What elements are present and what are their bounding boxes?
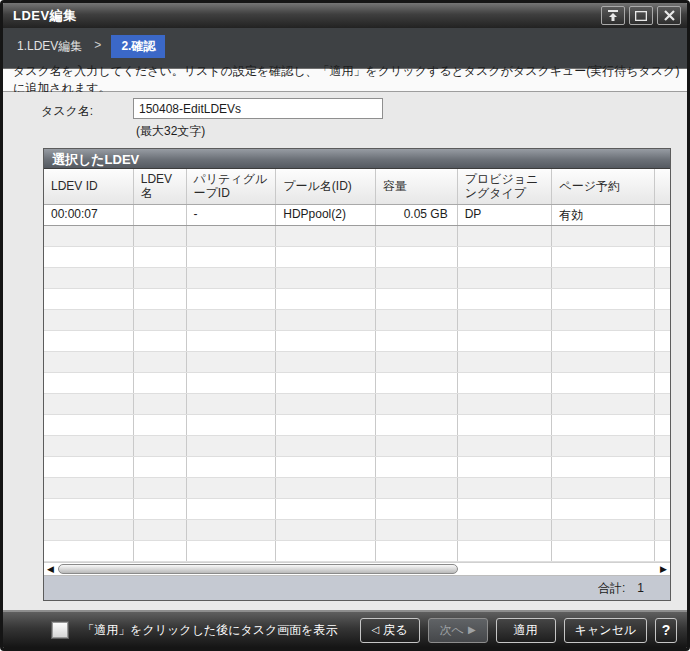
cell-parity-group: - <box>187 205 277 225</box>
col-ldev-id[interactable]: LDEV ID <box>44 169 134 204</box>
scrollbar-thumb[interactable] <box>58 564 458 574</box>
cell-pool-name: HDPpool(2) <box>276 205 376 225</box>
scroll-left-icon[interactable]: ◀ <box>44 562 57 576</box>
table-row-empty[interactable] <box>44 436 670 457</box>
col-page-reservation[interactable]: ページ予約 <box>552 169 655 204</box>
table-row-empty[interactable] <box>44 331 670 352</box>
table-row[interactable]: 00:00:07 - HDPpool(2) 0.05 GB DP 有効 <box>44 205 670 226</box>
action-bar: 「適用」をクリックした後にタスク画面を表示 ◁ 戻る 次へ ▶ 適用 キャンセル… <box>3 610 687 648</box>
close-icon[interactable] <box>657 6 681 25</box>
table-row-empty[interactable] <box>44 520 670 541</box>
table-row-empty[interactable] <box>44 373 670 394</box>
selected-ldev-table: 選択したLDEV LDEV ID LDEV名 パリティグループID プール名(I… <box>43 148 671 601</box>
table-row-empty[interactable] <box>44 289 670 310</box>
dialog-title: LDEV編集 <box>13 7 597 25</box>
cell-ldev-name <box>134 205 187 225</box>
ldev-edit-dialog: LDEV編集 1.LDEV編集 > 2.確認 タスク名を入力してください。リスト… <box>0 0 690 651</box>
titlebar: LDEV編集 <box>3 3 687 28</box>
table-row-empty[interactable] <box>44 415 670 436</box>
back-button[interactable]: ◁ 戻る <box>360 618 420 643</box>
rollup-icon[interactable] <box>601 6 625 25</box>
step-1-ldev-edit[interactable]: 1.LDEV編集 <box>15 35 84 58</box>
cell-capacity: 0.05 GB <box>376 205 458 225</box>
col-parity-group[interactable]: パリティグループID <box>187 169 277 204</box>
step-separator: > <box>94 35 101 52</box>
task-name-hint: (最大32文字) <box>136 123 205 140</box>
col-provisioning-type[interactable]: プロビジョニングタイプ <box>458 169 553 204</box>
scroll-right-icon[interactable]: ▶ <box>657 562 670 576</box>
table-row-empty[interactable] <box>44 457 670 478</box>
col-pool-name[interactable]: プール名(ID) <box>276 169 376 204</box>
table-row-empty[interactable] <box>44 478 670 499</box>
apply-button[interactable]: 適用 <box>496 618 556 643</box>
table-row-empty[interactable] <box>44 499 670 520</box>
task-name-label: タスク名: <box>41 103 93 120</box>
table-header-row: LDEV ID LDEV名 パリティグループID プール名(ID) 容量 プロビ… <box>44 169 670 205</box>
table-total-bar: 合計: 1 <box>44 576 670 600</box>
content-area: タスク名: (最大32文字) 選択したLDEV LDEV ID LDEV名 パリ… <box>3 92 687 610</box>
back-arrow-icon: ◁ <box>372 625 380 635</box>
help-button[interactable]: ? <box>655 618 677 643</box>
table-title: 選択したLDEV <box>44 149 670 169</box>
next-arrow-icon: ▶ <box>468 625 476 635</box>
step-2-confirm: 2.確認 <box>111 35 165 58</box>
show-task-screen-checkbox[interactable] <box>52 622 68 638</box>
cell-provisioning-type: DP <box>458 205 553 225</box>
table-row-empty[interactable] <box>44 394 670 415</box>
cancel-button[interactable]: キャンセル <box>564 618 647 643</box>
table-row-empty[interactable] <box>44 226 670 247</box>
col-ldev-name[interactable]: LDEV名 <box>134 169 187 204</box>
table-row-empty[interactable] <box>44 268 670 289</box>
table-row-empty[interactable] <box>44 541 670 562</box>
table-body: 00:00:07 - HDPpool(2) 0.05 GB DP 有効 <box>44 205 670 562</box>
wizard-steps: 1.LDEV編集 > 2.確認 <box>3 28 687 68</box>
total-label: 合計: <box>598 580 625 597</box>
table-row-empty[interactable] <box>44 352 670 373</box>
cell-ldev-id: 00:00:07 <box>44 205 134 225</box>
show-task-screen-label: 「適用」をクリックした後にタスク画面を表示 <box>82 622 337 639</box>
maximize-icon[interactable] <box>629 6 653 25</box>
table-row-empty[interactable] <box>44 247 670 268</box>
table-row-empty[interactable] <box>44 310 670 331</box>
task-name-input[interactable] <box>133 98 383 119</box>
cell-page-reservation: 有効 <box>552 205 655 225</box>
total-value: 1 <box>637 581 644 595</box>
horizontal-scrollbar[interactable]: ◀ ▶ <box>44 562 670 576</box>
next-button[interactable]: 次へ ▶ <box>428 618 488 643</box>
col-capacity[interactable]: 容量 <box>376 169 458 204</box>
col-spacer <box>655 169 670 204</box>
instruction-text: タスク名を入力してください。リストの設定を確認し、「適用」をクリックするとタスク… <box>3 68 687 92</box>
